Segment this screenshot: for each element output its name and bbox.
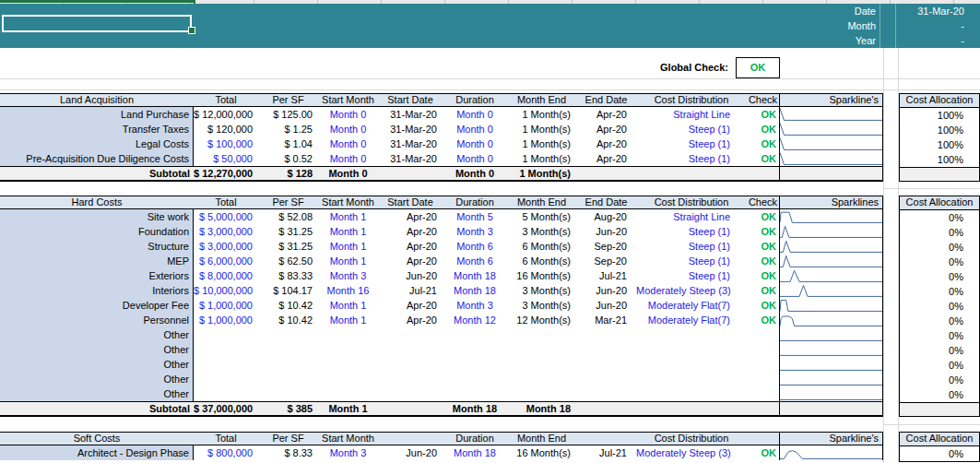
cell-dist[interactable]: Straight Line xyxy=(636,107,747,122)
cell-duration[interactable]: Month 6 xyxy=(443,239,507,254)
cell-duration[interactable]: Month 0 xyxy=(443,107,507,122)
cell-month_end[interactable] xyxy=(507,357,576,372)
cell-check[interactable]: OK xyxy=(747,298,779,313)
cell-end_date[interactable]: Jun-20 xyxy=(576,224,636,239)
cell-start_month[interactable]: Month 0 xyxy=(318,107,378,122)
cell-sparkline[interactable] xyxy=(779,224,883,239)
cell-label[interactable]: Legal Costs xyxy=(0,137,194,151)
cell-month_end[interactable]: 1 Month(s) xyxy=(507,137,576,151)
cell-duration[interactable] xyxy=(443,342,507,357)
cell-duration[interactable]: Month 6 xyxy=(443,254,507,268)
cell-check[interactable]: OK xyxy=(747,151,779,166)
cell-start_month[interactable]: Month 1 xyxy=(318,209,378,224)
cell-month_end[interactable]: 1 Month(s) xyxy=(507,107,576,122)
cell-start_month[interactable]: Month 1 xyxy=(318,224,378,239)
cell-check[interactable]: OK xyxy=(747,445,779,460)
cell-sparkline[interactable] xyxy=(779,342,883,357)
cell-start_month[interactable]: Month 1 xyxy=(318,239,378,254)
cell-end_date[interactable]: Sep-20 xyxy=(576,239,636,254)
column-header[interactable]: Total xyxy=(194,433,258,445)
cell-duration[interactable]: Month 3 xyxy=(443,298,507,313)
cell-duration[interactable] xyxy=(443,386,507,401)
cell-month_end[interactable]: 6 Month(s) xyxy=(507,239,576,254)
cell-start_date[interactable] xyxy=(378,357,443,372)
cell-per_sf[interactable]: $ 83.33 xyxy=(258,268,318,283)
cell-check[interactable] xyxy=(747,386,779,401)
column-header[interactable]: Duration xyxy=(443,196,507,208)
cell-label[interactable]: Land Purchase xyxy=(0,107,194,122)
cell-check[interactable]: OK xyxy=(747,107,779,122)
cost-allocation-value[interactable]: 0% xyxy=(900,343,979,358)
cell-start_date[interactable] xyxy=(378,386,443,401)
cell-label[interactable]: Developer Fee xyxy=(0,298,194,313)
cell-duration[interactable] xyxy=(443,372,507,386)
column-header[interactable]: Start Month xyxy=(318,94,378,106)
cell-month_end[interactable] xyxy=(507,342,576,357)
cell-start_month[interactable] xyxy=(318,357,378,372)
cell-dist[interactable]: Steep (1) xyxy=(636,268,747,283)
cell-end_date[interactable] xyxy=(576,342,636,357)
subtotal-label[interactable]: Subtotal xyxy=(0,167,194,180)
cell-label[interactable]: MEP xyxy=(0,254,194,268)
cell-total[interactable]: $ 50,000 xyxy=(194,151,258,166)
cell-label[interactable]: Transfer Taxes xyxy=(0,122,194,137)
cell-check[interactable]: OK xyxy=(747,313,779,327)
column-header[interactable]: Start Month xyxy=(318,433,378,445)
cell-sparkline[interactable] xyxy=(779,327,883,342)
column-header[interactable]: Start Date xyxy=(378,196,443,208)
cell-month_end[interactable]: 1 Month(s) xyxy=(507,122,576,137)
cell-duration[interactable]: Month 0 xyxy=(443,137,507,151)
cell-end_date[interactable]: Mar-21 xyxy=(576,313,636,327)
cell-dist[interactable]: Moderately Flat(7) xyxy=(636,298,747,313)
cell-start_month[interactable]: Month 16 xyxy=(318,283,378,298)
cell-per_sf[interactable] xyxy=(258,372,318,386)
cell-end_date[interactable]: Apr-20 xyxy=(576,137,636,151)
cell-end_date[interactable] xyxy=(576,357,636,372)
cell-end_date[interactable]: Jul-21 xyxy=(576,445,636,460)
cell-label[interactable]: Site work xyxy=(0,209,194,224)
subtotal-dist[interactable] xyxy=(636,167,747,180)
cell-sparkline[interactable] xyxy=(779,386,883,401)
subtotal-total[interactable]: $ 12,270,000 xyxy=(194,167,258,180)
column-header[interactable]: Total xyxy=(194,94,258,106)
cell-dist[interactable]: Straight Line xyxy=(636,209,747,224)
subtotal-end_date[interactable] xyxy=(576,402,636,415)
subtotal-dist[interactable] xyxy=(636,402,747,415)
cell-dist[interactable]: Steep (1) xyxy=(636,239,747,254)
cell-per_sf[interactable]: $ 31.25 xyxy=(258,239,318,254)
cell-dist[interactable]: Moderately Steep (3) xyxy=(636,445,747,460)
cell-check[interactable]: OK xyxy=(747,268,779,283)
column-header[interactable]: Duration xyxy=(443,433,507,445)
cell-sparkline[interactable] xyxy=(779,268,883,283)
cell-label[interactable]: Structure xyxy=(0,239,194,254)
subtotal-spark[interactable] xyxy=(779,167,883,180)
cell-month_end[interactable]: 16 Month(s) xyxy=(507,268,576,283)
subtotal-check[interactable] xyxy=(747,402,779,415)
cell-start_date[interactable]: Jul-21 xyxy=(378,283,443,298)
cost-allocation-value[interactable]: 0% xyxy=(900,358,979,373)
column-header[interactable]: Cost Distribution xyxy=(636,433,747,445)
month-value[interactable]: - xyxy=(881,18,964,33)
cell-sparkline[interactable] xyxy=(779,254,883,268)
cell-total[interactable]: $ 3,000,000 xyxy=(194,239,258,254)
column-header[interactable]: Sparklines xyxy=(779,196,883,208)
cell-label[interactable]: Exteriors xyxy=(0,268,194,283)
column-header[interactable]: Land Acquisition xyxy=(0,94,194,106)
cell-end_date[interactable]: Sep-20 xyxy=(576,254,636,268)
cell-month_end[interactable] xyxy=(507,327,576,342)
cell-start_date[interactable] xyxy=(378,327,443,342)
cell-total[interactable]: $ 3,000,000 xyxy=(194,224,258,239)
cell-label[interactable]: Pre-Acquisition Due Diligence Costs xyxy=(0,151,194,166)
cell-dist[interactable] xyxy=(636,357,747,372)
cell-total[interactable]: $ 1,000,000 xyxy=(194,313,258,327)
date-value[interactable]: 31-Mar-20 xyxy=(881,4,964,18)
cell-duration[interactable]: Month 12 xyxy=(443,313,507,327)
cell-start_month[interactable]: Month 3 xyxy=(318,268,378,283)
cell-dist[interactable]: Moderately Steep (3) xyxy=(636,283,747,298)
cost-allocation-value[interactable]: 0% xyxy=(900,210,979,225)
cell-month_end[interactable]: 16 Month(s) xyxy=(507,445,576,460)
cell-check[interactable]: OK xyxy=(747,137,779,151)
cell-month_end[interactable]: 3 Month(s) xyxy=(507,283,576,298)
cell-total[interactable]: $ 6,000,000 xyxy=(194,254,258,268)
subtotal-label[interactable]: Subtotal xyxy=(0,402,194,415)
